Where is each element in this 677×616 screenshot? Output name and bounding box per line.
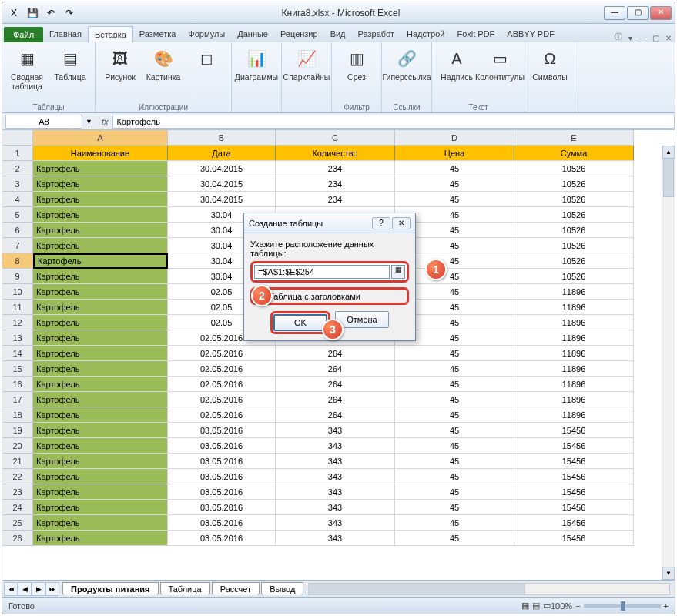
row-header-6[interactable]: 6 bbox=[2, 223, 33, 238]
row-header-21[interactable]: 21 bbox=[2, 454, 33, 469]
cell-C17[interactable]: 264 bbox=[276, 392, 395, 407]
cell-C19[interactable]: 343 bbox=[276, 423, 395, 438]
cell-C26[interactable]: 343 bbox=[276, 531, 395, 546]
cell-A9[interactable]: Картофель bbox=[33, 269, 168, 284]
cell-B17[interactable]: 02.05.2016 bbox=[168, 392, 276, 407]
doc-close-button[interactable]: ✕ bbox=[662, 34, 675, 42]
cell-D3[interactable]: 45 bbox=[395, 176, 514, 192]
row-header-17[interactable]: 17 bbox=[2, 392, 33, 407]
cell-B23[interactable]: 03.05.2016 bbox=[168, 484, 276, 500]
cell-E8[interactable]: 10526 bbox=[514, 253, 634, 269]
cell-E10[interactable]: 11896 bbox=[514, 284, 634, 300]
cell-C3[interactable]: 234 bbox=[276, 176, 395, 192]
cell-B4[interactable]: 30.04.2015 bbox=[168, 192, 276, 207]
cell-D17[interactable]: 45 bbox=[395, 392, 514, 407]
cell-D25[interactable]: 45 bbox=[395, 515, 514, 531]
cell-C22[interactable]: 343 bbox=[276, 469, 395, 484]
cell-E18[interactable]: 11896 bbox=[514, 407, 634, 423]
cell-E15[interactable]: 11896 bbox=[514, 361, 634, 377]
cell-A10[interactable]: Картофель bbox=[33, 284, 168, 300]
pivot-table-button[interactable]: ▦Сводная таблица bbox=[7, 45, 47, 91]
cell-D19[interactable]: 45 bbox=[395, 423, 514, 438]
column-header-B[interactable]: B bbox=[168, 130, 276, 146]
table-button[interactable]: ▤Таблица bbox=[50, 45, 90, 82]
redo-icon[interactable]: ↷ bbox=[61, 5, 78, 22]
ribbon-tab-разработ[interactable]: Разработ bbox=[352, 26, 401, 42]
close-button[interactable]: ✕ bbox=[650, 6, 672, 20]
file-tab[interactable]: Файл bbox=[4, 27, 43, 42]
cell-E3[interactable]: 10526 bbox=[514, 176, 634, 192]
cell-C25[interactable]: 343 bbox=[276, 515, 395, 531]
charts-button[interactable]: 📊Диаграммы bbox=[236, 45, 276, 82]
dialog-close-button[interactable]: ✕ bbox=[392, 217, 411, 229]
zoom-out-icon[interactable]: − bbox=[575, 601, 580, 611]
textbox-button[interactable]: AНадпись bbox=[437, 45, 477, 82]
vertical-scrollbar[interactable]: ▲ ▼ bbox=[662, 146, 675, 580]
row-header-20[interactable]: 20 bbox=[2, 438, 33, 454]
cell-C18[interactable]: 264 bbox=[276, 407, 395, 423]
ribbon-tab-данные[interactable]: Данные bbox=[231, 26, 274, 42]
header-cell[interactable]: Цена bbox=[395, 146, 514, 161]
row-header-9[interactable]: 9 bbox=[2, 269, 33, 284]
cell-D14[interactable]: 45 bbox=[395, 346, 514, 361]
sheet-nav-prev-icon[interactable]: ◀ bbox=[18, 582, 32, 596]
dialog-titlebar[interactable]: Создание таблицы ? ✕ bbox=[244, 213, 415, 233]
name-box-dropdown-icon[interactable]: ▼ bbox=[85, 118, 97, 126]
row-header-16[interactable]: 16 bbox=[2, 377, 33, 392]
ok-button[interactable]: OK bbox=[273, 314, 327, 331]
sheet-nav-first-icon[interactable]: ⏮ bbox=[4, 582, 18, 596]
cell-D18[interactable]: 45 bbox=[395, 407, 514, 423]
row-header-3[interactable]: 3 bbox=[2, 176, 33, 192]
save-icon[interactable]: 💾 bbox=[24, 5, 41, 22]
cell-E22[interactable]: 15456 bbox=[514, 469, 634, 484]
horizontal-scrollbar[interactable] bbox=[308, 583, 670, 595]
select-all-corner[interactable] bbox=[2, 130, 33, 146]
cell-A12[interactable]: Картофель bbox=[33, 315, 168, 330]
cell-B18[interactable]: 02.05.2016 bbox=[168, 407, 276, 423]
cell-D4[interactable]: 45 bbox=[395, 192, 514, 207]
row-header-12[interactable]: 12 bbox=[2, 315, 33, 330]
cell-C16[interactable]: 264 bbox=[276, 377, 395, 392]
row-header-5[interactable]: 5 bbox=[2, 207, 33, 223]
cell-A7[interactable]: Картофель bbox=[33, 238, 168, 253]
header-cell[interactable]: Наименование bbox=[33, 146, 168, 161]
cell-A15[interactable]: Картофель bbox=[33, 361, 168, 377]
cell-C23[interactable]: 343 bbox=[276, 484, 395, 500]
ribbon-help-icon[interactable]: ⓘ bbox=[612, 32, 625, 42]
row-header-1[interactable]: 1 bbox=[2, 146, 33, 161]
cell-D15[interactable]: 45 bbox=[395, 361, 514, 377]
cell-E6[interactable]: 10526 bbox=[514, 223, 634, 238]
header-cell[interactable]: Сумма bbox=[514, 146, 634, 161]
cell-C20[interactable]: 343 bbox=[276, 438, 395, 454]
cell-E9[interactable]: 10526 bbox=[514, 269, 634, 284]
ribbon-tab-рецензир[interactable]: Рецензир bbox=[274, 26, 324, 42]
row-header-14[interactable]: 14 bbox=[2, 346, 33, 361]
cell-A5[interactable]: Картофель bbox=[33, 207, 168, 223]
shapes-button[interactable]: ◻ bbox=[186, 45, 226, 72]
cell-B22[interactable]: 03.05.2016 bbox=[168, 469, 276, 484]
column-header-C[interactable]: C bbox=[276, 130, 395, 146]
row-header-26[interactable]: 26 bbox=[2, 531, 33, 546]
cell-grid[interactable]: 1НаименованиеДатаКоличествоЦенаСумма2Кар… bbox=[2, 146, 662, 580]
cell-A18[interactable]: Картофель bbox=[33, 407, 168, 423]
row-header-19[interactable]: 19 bbox=[2, 423, 33, 438]
sheet-tab-1[interactable]: Таблица bbox=[160, 582, 210, 595]
cell-E19[interactable]: 15456 bbox=[514, 423, 634, 438]
zoom-in-icon[interactable]: + bbox=[664, 601, 669, 611]
row-header-15[interactable]: 15 bbox=[2, 361, 33, 377]
row-header-22[interactable]: 22 bbox=[2, 469, 33, 484]
cell-D16[interactable]: 45 bbox=[395, 377, 514, 392]
cell-A16[interactable]: Картофель bbox=[33, 377, 168, 392]
doc-minimize-button[interactable]: — bbox=[635, 34, 649, 42]
cell-A26[interactable]: Картофель bbox=[33, 531, 168, 546]
row-header-13[interactable]: 13 bbox=[2, 330, 33, 346]
cell-A2[interactable]: Картофель bbox=[33, 161, 168, 176]
cell-A23[interactable]: Картофель bbox=[33, 484, 168, 500]
cell-E7[interactable]: 10526 bbox=[514, 238, 634, 253]
sheet-nav-next-icon[interactable]: ▶ bbox=[32, 582, 45, 596]
sheet-nav-last-icon[interactable]: ⏭ bbox=[45, 582, 59, 596]
row-header-2[interactable]: 2 bbox=[2, 161, 33, 176]
cell-D24[interactable]: 45 bbox=[395, 500, 514, 515]
ribbon-tab-вид[interactable]: Вид bbox=[324, 26, 352, 42]
cell-E25[interactable]: 15456 bbox=[514, 515, 634, 531]
